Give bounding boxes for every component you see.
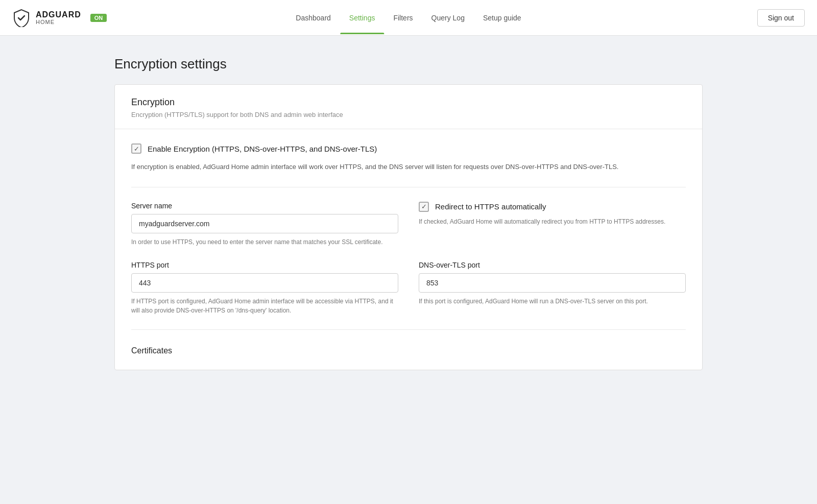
- form-grid: Server name In order to use HTTPS, you n…: [131, 202, 686, 315]
- https-port-input[interactable]: [131, 273, 398, 293]
- adguard-logo-icon: [12, 9, 31, 27]
- enable-encryption-checkbox[interactable]: ✓: [131, 143, 141, 154]
- dot-port-label: DNS-over-TLS port: [419, 261, 686, 269]
- https-port-group: HTTPS port If HTTPS port is configured, …: [131, 261, 398, 315]
- redirect-checkbox[interactable]: ✓: [419, 202, 429, 212]
- card-section-subtitle: Encryption (HTTPS/TLS) support for both …: [131, 111, 686, 118]
- page-title: Encryption settings: [114, 56, 703, 72]
- nav-query-log[interactable]: Query Log: [422, 2, 474, 34]
- card-body: ✓ Enable Encryption (HTTPS, DNS-over-HTT…: [115, 129, 702, 370]
- server-name-hint: In order to use HTTPS, you need to enter…: [131, 237, 398, 247]
- logo-adguard: ADGUARD: [36, 10, 81, 19]
- main-nav: Dashboard Settings Filters Query Log Set…: [286, 2, 530, 34]
- server-name-label: Server name: [131, 202, 398, 210]
- checkmark-icon: ✓: [134, 146, 139, 152]
- https-port-label: HTTPS port: [131, 261, 398, 269]
- nav-setup-guide[interactable]: Setup guide: [474, 2, 531, 34]
- enable-encryption-desc: If encryption is enabled, AdGuard Home a…: [131, 162, 686, 173]
- encryption-card: Encryption Encryption (HTTPS/TLS) suppor…: [114, 84, 703, 370]
- page-content: Encryption settings Encryption Encryptio…: [102, 36, 715, 391]
- dot-port-group: DNS-over-TLS port If this port is config…: [419, 261, 686, 315]
- certificates-heading: Certificates: [131, 344, 686, 355]
- enable-encryption-row: ✓ Enable Encryption (HTTPS, DNS-over-HTT…: [131, 143, 686, 154]
- header: ADGUARD HOME ON Dashboard Settings Filte…: [0, 0, 817, 36]
- on-badge: ON: [90, 14, 107, 22]
- dot-port-input[interactable]: [419, 273, 686, 293]
- redirect-group: ✓ Redirect to HTTPS automatically If che…: [419, 202, 686, 247]
- redirect-checkbox-row: ✓ Redirect to HTTPS automatically: [419, 202, 686, 212]
- logo-text: ADGUARD HOME: [36, 10, 81, 26]
- nav-dashboard[interactable]: Dashboard: [286, 2, 340, 34]
- sign-out-button[interactable]: Sign out: [757, 9, 805, 27]
- nav-filters[interactable]: Filters: [384, 2, 422, 34]
- nav-settings[interactable]: Settings: [340, 2, 385, 34]
- dot-port-hint: If this port is configured, AdGuard Home…: [419, 297, 686, 306]
- https-port-hint: If HTTPS port is configured, AdGuard Hom…: [131, 297, 398, 315]
- header-right: Sign out: [757, 9, 805, 27]
- enable-encryption-label[interactable]: Enable Encryption (HTTPS, DNS-over-HTTPS…: [148, 145, 377, 153]
- redirect-checkmark-icon: ✓: [421, 203, 427, 210]
- certificates-divider: [131, 329, 686, 330]
- card-section-title: Encryption: [131, 97, 686, 108]
- logo-home: HOME: [36, 19, 81, 25]
- redirect-label[interactable]: Redirect to HTTPS automatically: [435, 202, 546, 211]
- server-name-group: Server name In order to use HTTPS, you n…: [131, 202, 398, 247]
- redirect-desc: If checked, AdGuard Home will automatica…: [419, 217, 686, 226]
- logo-area: ADGUARD HOME ON: [12, 9, 107, 27]
- card-header: Encryption Encryption (HTTPS/TLS) suppor…: [115, 85, 702, 129]
- server-name-input[interactable]: [131, 214, 398, 233]
- section-divider: [131, 187, 686, 187]
